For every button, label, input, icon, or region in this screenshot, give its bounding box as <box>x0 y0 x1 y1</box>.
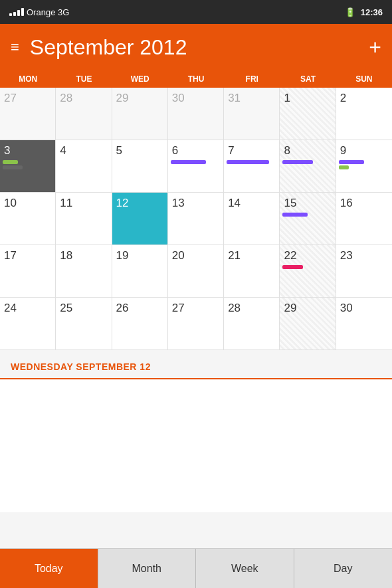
calendar-week-3: 17181920212223 <box>0 245 392 298</box>
calendar-cell[interactable]: 2 <box>336 88 392 140</box>
cell-number: 22 <box>284 249 332 262</box>
cell-number: 15 <box>284 197 332 210</box>
cell-number: 28 <box>228 302 276 315</box>
signal-bar-2 <box>13 12 16 16</box>
calendar-cell[interactable]: 14 <box>224 193 280 245</box>
nav-item-today[interactable]: Today <box>0 549 98 588</box>
cell-number: 27 <box>172 302 221 315</box>
bottom-nav: TodayMonthWeekDay <box>0 548 392 588</box>
calendar-cell[interactable]: 7 <box>224 140 280 192</box>
cell-number: 1 <box>284 92 332 105</box>
calendar-cell[interactable]: 29 <box>280 298 336 349</box>
calendar-cell[interactable]: 5 <box>112 140 168 192</box>
cell-number: 17 <box>4 249 52 262</box>
calendar-cell[interactable]: 11 <box>56 193 112 245</box>
calendar-grid: MONTUEWEDTHUFRISATSUN 272829303112345678… <box>0 70 392 350</box>
event-bar <box>282 265 302 269</box>
cell-number: 31 <box>228 92 276 105</box>
calendar-week-4: 24252627282930 <box>0 298 392 350</box>
calendar-cell[interactable]: 27 <box>0 88 56 140</box>
calendar-week-1: 3456789 <box>0 140 392 193</box>
day-header-sun: SUN <box>336 70 392 88</box>
calendar-cell[interactable]: 17 <box>0 245 56 297</box>
cell-number: 12 <box>116 197 165 210</box>
cell-number: 14 <box>228 197 276 210</box>
calendar-cell[interactable]: 20 <box>168 245 224 297</box>
day-headers-row: MONTUEWEDTHUFRISATSUN <box>0 70 392 88</box>
calendar-cell[interactable]: 15 <box>280 193 336 245</box>
signal-bar-4 <box>21 8 24 16</box>
events-list <box>0 379 392 512</box>
cell-events <box>282 213 332 217</box>
cell-number: 7 <box>228 144 276 157</box>
cell-number: 16 <box>340 197 389 210</box>
event-bar <box>171 160 206 164</box>
cell-number: 26 <box>116 302 165 315</box>
cell-number: 3 <box>4 144 52 157</box>
event-bar <box>282 160 312 164</box>
calendar-cell[interactable]: 27 <box>168 298 224 349</box>
cell-number: 18 <box>60 249 108 262</box>
signal-bar-3 <box>17 10 20 16</box>
cell-number: 2 <box>340 92 389 105</box>
calendar-cell[interactable]: 13 <box>168 193 224 245</box>
calendar-cell[interactable]: 25 <box>56 298 112 349</box>
signal-bar-1 <box>9 13 12 16</box>
calendar-cell[interactable]: 4 <box>56 140 112 192</box>
calendar-cell[interactable]: 21 <box>224 245 280 297</box>
menu-icon[interactable]: ≡ <box>11 39 19 56</box>
calendar-cell[interactable]: 16 <box>336 193 392 245</box>
calendar-cell[interactable]: 24 <box>0 298 56 349</box>
time-label: 12:36 <box>361 7 383 17</box>
event-bar <box>339 165 349 169</box>
nav-item-day[interactable]: Day <box>294 549 393 588</box>
event-bar <box>282 213 308 217</box>
cell-number: 11 <box>60 197 108 210</box>
day-header-sat: SAT <box>280 70 336 88</box>
event-bar <box>3 160 18 164</box>
cell-number: 25 <box>60 302 108 315</box>
calendar-cell[interactable]: 23 <box>336 245 392 297</box>
calendar-cell[interactable]: 30 <box>336 298 392 349</box>
calendar-title: September 2012 <box>30 35 369 60</box>
calendar-cell[interactable]: 22 <box>280 245 336 297</box>
calendar-cell[interactable]: 3 <box>0 140 56 192</box>
cell-events <box>227 160 276 164</box>
calendar-week-0: 272829303112 <box>0 88 392 140</box>
calendar-cell[interactable]: 12 <box>112 193 168 245</box>
calendar-cell[interactable]: 29 <box>112 88 168 140</box>
cell-events <box>282 160 332 164</box>
cell-number: 4 <box>60 144 108 157</box>
day-header-mon: MON <box>0 70 56 88</box>
calendar-cell[interactable]: 18 <box>56 245 112 297</box>
day-header-thu: THU <box>168 70 224 88</box>
calendar-cell[interactable]: 19 <box>112 245 168 297</box>
calendar-cell[interactable]: 31 <box>224 88 280 140</box>
day-header-fri: FRI <box>224 70 280 88</box>
calendar-cell[interactable]: 28 <box>56 88 112 140</box>
nav-item-month[interactable]: Month <box>98 549 197 588</box>
cell-number: 8 <box>284 144 332 157</box>
cell-number: 23 <box>340 249 389 262</box>
cell-number: 20 <box>172 249 221 262</box>
cell-number: 29 <box>116 92 165 105</box>
calendar-cell[interactable]: 8 <box>280 140 336 192</box>
calendar-cell[interactable]: 6 <box>168 140 224 192</box>
calendar-cell[interactable]: 10 <box>0 193 56 245</box>
calendar-cell[interactable]: 30 <box>168 88 224 140</box>
cell-number: 28 <box>60 92 108 105</box>
nav-item-week[interactable]: Week <box>196 549 294 588</box>
calendar-cell[interactable]: 1 <box>280 88 336 140</box>
cell-number: 27 <box>4 92 52 105</box>
signal-bars <box>9 8 24 16</box>
calendar-cell[interactable]: 28 <box>224 298 280 349</box>
cell-number: 10 <box>4 197 52 210</box>
calendar-cell[interactable]: 9 <box>336 140 392 192</box>
cell-number: 13 <box>172 197 221 210</box>
event-bar <box>227 160 269 164</box>
calendar-cell[interactable]: 26 <box>112 298 168 349</box>
carrier-label: Orange 3G <box>27 7 69 17</box>
cell-number: 5 <box>116 144 165 157</box>
selected-date-text: WEDNESDAY SEPTEMBER 12 <box>11 361 151 372</box>
add-event-button[interactable]: + <box>369 35 381 60</box>
